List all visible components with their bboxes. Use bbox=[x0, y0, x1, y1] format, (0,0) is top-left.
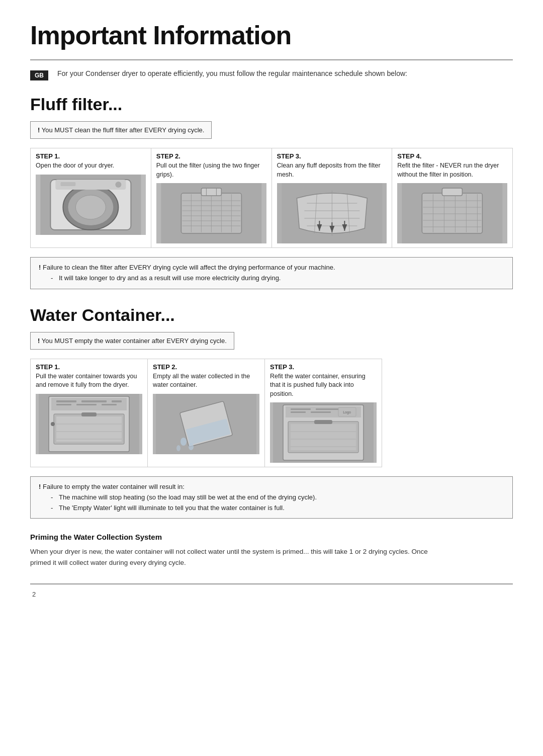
svg-rect-58 bbox=[76, 404, 97, 405]
water-step-3-label: STEP 3. bbox=[270, 363, 377, 371]
svg-point-71 bbox=[189, 443, 194, 450]
water-warning-box: ! Failure to empty the water container w… bbox=[30, 476, 513, 519]
svg-rect-7 bbox=[60, 182, 75, 186]
priming-text: When your dryer is new, the water contai… bbox=[30, 546, 442, 568]
fluff-step-1-image bbox=[36, 175, 146, 235]
svg-rect-78 bbox=[291, 411, 306, 413]
fluff-warning-text: Failure to clean the filter after EVERY … bbox=[43, 264, 335, 271]
svg-rect-87 bbox=[314, 420, 332, 424]
fluff-step-2-image bbox=[156, 183, 266, 243]
fluff-step-4-desc: Refit the filter - NEVER run the dryer w… bbox=[397, 161, 507, 179]
page-number: 2 bbox=[30, 591, 36, 598]
fluff-warning-list: It will take longer to dry and as a resu… bbox=[39, 273, 504, 284]
svg-point-66 bbox=[51, 422, 55, 426]
fluff-step-2: STEP 2. Pull out the filter (using the t… bbox=[151, 148, 272, 248]
svg-rect-61 bbox=[56, 416, 122, 442]
fluff-step-4: STEP 4. Refit the filter - NEVER run the… bbox=[392, 148, 513, 248]
fluff-notice-exclaim: ! bbox=[38, 126, 40, 134]
water-notice-exclaim: ! bbox=[38, 337, 40, 345]
water-step-2: STEP 2. Empty all the water collected in… bbox=[148, 359, 265, 468]
priming-title: Priming the Water Collection System bbox=[30, 533, 513, 541]
svg-point-6 bbox=[115, 182, 121, 188]
svg-rect-21 bbox=[201, 188, 221, 196]
fluff-step-1: STEP 1. Open the door of your dryer. bbox=[30, 148, 151, 248]
priming-section: Priming the Water Collection System When… bbox=[30, 533, 513, 568]
water-step-3-desc: Refit the water container, ensuring that… bbox=[270, 372, 377, 399]
svg-rect-77 bbox=[316, 408, 341, 410]
water-step-2-image bbox=[153, 394, 259, 454]
water-steps-row: STEP 1. Pull the water container towards… bbox=[30, 359, 382, 468]
fluff-warning-line1: ! Failure to clean the filter after EVER… bbox=[39, 263, 504, 273]
svg-rect-79 bbox=[311, 411, 331, 413]
fluff-warning-box: ! Failure to clean the filter after EVER… bbox=[30, 257, 513, 289]
water-step-3: STEP 3. Refit the water container, ensur… bbox=[265, 359, 382, 468]
water-warning-text: Failure to empty the water container wil… bbox=[43, 483, 185, 490]
water-step-3-image: Logo bbox=[270, 402, 377, 463]
page-title: Important Information bbox=[30, 20, 513, 50]
water-warning-item-2: The 'Empty Water' light will illuminate … bbox=[51, 503, 504, 514]
water-step-1-label: STEP 1. bbox=[36, 363, 142, 371]
water-step-1-desc: Pull the water container towards you and… bbox=[36, 372, 142, 390]
water-section: Water Container... ! You MUST empty the … bbox=[30, 305, 513, 568]
fluff-step-1-label: STEP 1. bbox=[36, 152, 146, 160]
svg-rect-50 bbox=[442, 188, 463, 196]
fluff-step-2-desc: Pull out the filter (using the two finge… bbox=[156, 161, 266, 179]
intro-text: For your Condenser dryer to operate effi… bbox=[57, 69, 407, 77]
fluff-filter-title: Fluff filter... bbox=[30, 95, 513, 114]
svg-rect-57 bbox=[56, 404, 71, 405]
water-container-title: Water Container... bbox=[30, 305, 513, 325]
fluff-warning-item-1: It will take longer to dry and as a resu… bbox=[51, 273, 504, 284]
svg-rect-54 bbox=[56, 400, 76, 402]
fluff-step-4-label: STEP 4. bbox=[397, 152, 507, 160]
svg-text:Logo: Logo bbox=[343, 410, 351, 414]
water-step-2-desc: Empty all the water collected in the wat… bbox=[153, 372, 259, 390]
bottom-rule bbox=[30, 583, 513, 584]
svg-rect-39 bbox=[422, 193, 483, 233]
fluff-step-3-image bbox=[277, 183, 387, 243]
fluff-notice-box: ! You MUST clean the fluff filter after … bbox=[30, 121, 212, 139]
fluff-step-4-image bbox=[397, 183, 507, 243]
water-step-1-image bbox=[36, 394, 142, 454]
water-warning-line1: ! Failure to empty the water container w… bbox=[39, 482, 504, 492]
water-step-2-label: STEP 2. bbox=[153, 363, 259, 371]
svg-point-72 bbox=[176, 445, 180, 451]
fluff-steps-row: STEP 1. Open the door of your dryer. bbox=[30, 148, 513, 248]
water-notice-text: You MUST empty the water container after… bbox=[42, 337, 227, 345]
top-rule bbox=[30, 59, 513, 60]
water-step-1: STEP 1. Pull the water container towards… bbox=[30, 359, 148, 468]
svg-rect-55 bbox=[81, 400, 107, 402]
fluff-step-1-desc: Open the door of your dryer. bbox=[36, 161, 146, 171]
water-warning-item-1: The machine will stop heating (so the lo… bbox=[51, 492, 504, 503]
gb-badge: GB bbox=[30, 70, 48, 80]
svg-rect-59 bbox=[102, 404, 117, 405]
svg-point-4 bbox=[75, 195, 106, 219]
water-warning-exclaim: ! bbox=[39, 483, 41, 490]
fluff-step-3-label: STEP 3. bbox=[277, 152, 387, 160]
water-notice-box: ! You MUST empty the water container aft… bbox=[30, 332, 234, 350]
intro-row: GB For your Condenser dryer to operate e… bbox=[30, 69, 513, 80]
page: Important Information GB For your Conden… bbox=[0, 0, 543, 756]
fluff-notice-text: You MUST clean the fluff filter after EV… bbox=[42, 126, 205, 134]
svg-rect-65 bbox=[81, 412, 97, 416]
fluff-warning-exclaim: ! bbox=[39, 264, 41, 271]
fluff-step-3-desc: Clean any fluff deposits from the filter… bbox=[277, 161, 387, 179]
svg-rect-56 bbox=[112, 400, 122, 402]
fluff-step-2-label: STEP 2. bbox=[156, 152, 266, 160]
svg-point-70 bbox=[180, 438, 187, 446]
svg-rect-76 bbox=[291, 408, 311, 410]
svg-rect-83 bbox=[291, 424, 356, 450]
fluff-step-3: STEP 3. Clean any fluff deposits from th… bbox=[272, 148, 393, 248]
water-warning-list: The machine will stop heating (so the lo… bbox=[39, 492, 504, 514]
